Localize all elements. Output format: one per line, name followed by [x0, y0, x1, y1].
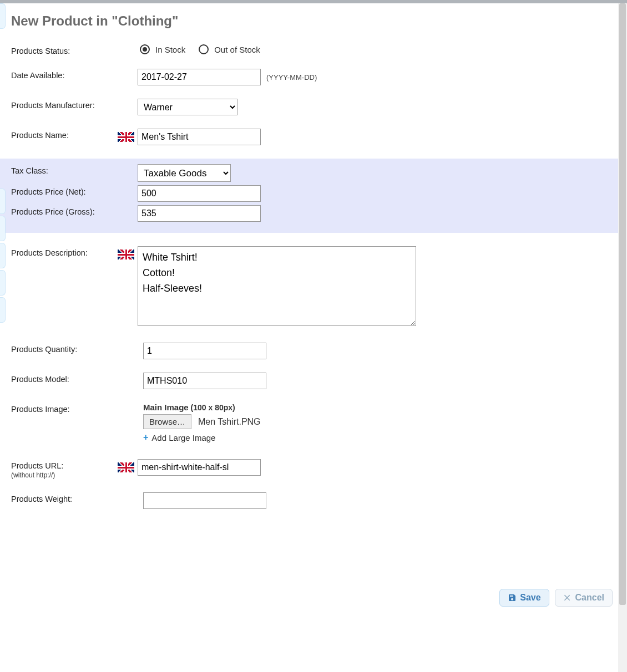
save-button[interactable]: Save — [499, 589, 549, 607]
price-gross-label: Products Price (Gross): — [11, 205, 117, 216]
products-name-label: Products Name: — [11, 129, 117, 140]
close-icon — [563, 593, 572, 602]
model-input[interactable] — [143, 373, 266, 389]
status-out-of-stock-radio[interactable] — [199, 44, 209, 54]
tax-class-select[interactable]: Taxable Goods — [138, 164, 231, 182]
main-image-label: Main Image — [143, 403, 189, 412]
products-status-label: Products Status: — [11, 44, 117, 55]
side-tab[interactable] — [0, 243, 6, 268]
status-out-of-stock-label: Out of Stock — [214, 45, 260, 54]
weight-label: Products Weight: — [11, 492, 117, 503]
model-label: Products Model: — [11, 373, 117, 384]
uk-flag-icon — [118, 132, 134, 142]
url-input[interactable] — [138, 459, 261, 476]
cancel-button[interactable]: Cancel — [555, 589, 613, 607]
save-button-label: Save — [520, 593, 540, 603]
scrollbar-thumb[interactable] — [619, 3, 626, 605]
status-in-stock-radio[interactable] — [140, 44, 150, 54]
save-icon — [508, 593, 517, 602]
weight-input[interactable] — [143, 492, 266, 509]
scrollbar[interactable] — [618, 3, 627, 672]
side-tab[interactable] — [0, 216, 6, 241]
quantity-input[interactable] — [143, 343, 266, 359]
main-image-dimensions: (100 x 80px) — [191, 403, 235, 412]
uk-flag-icon — [118, 462, 134, 472]
price-net-label: Products Price (Net): — [11, 185, 117, 196]
add-large-image-label: Add Large Image — [151, 433, 215, 442]
tax-class-label: Tax Class: — [11, 164, 117, 175]
date-available-label: Date Available: — [11, 69, 117, 80]
uk-flag-icon — [118, 250, 134, 259]
browse-button[interactable]: Browse… — [143, 414, 191, 429]
side-tab[interactable] — [0, 270, 6, 296]
date-format-hint: (YYYY-MM-DD) — [266, 73, 317, 82]
price-gross-input[interactable] — [138, 205, 261, 222]
description-label: Products Description: — [11, 246, 117, 257]
date-available-input[interactable] — [138, 69, 261, 85]
status-in-stock-label: In Stock — [155, 45, 185, 54]
image-label: Products Image: — [11, 403, 117, 414]
cancel-button-label: Cancel — [575, 593, 604, 603]
side-tab[interactable] — [0, 3, 6, 29]
description-textarea[interactable] — [138, 246, 416, 326]
add-large-image-link[interactable]: + Add Large Image — [143, 432, 215, 442]
side-tab[interactable] — [0, 189, 6, 214]
quantity-label: Products Quantity: — [11, 343, 117, 354]
selected-file-name: Men Tshirt.PNG — [198, 417, 261, 426]
side-tab[interactable] — [0, 297, 6, 323]
tax-price-section: Tax Class: Taxable Goods Products Price … — [0, 159, 627, 233]
url-sublabel: (without http://) — [11, 471, 55, 479]
products-name-input[interactable] — [138, 129, 261, 145]
page-title: New Product in "Clothing" — [11, 13, 616, 29]
manufacturer-label: Products Manufacturer: — [11, 99, 117, 110]
plus-icon: + — [143, 432, 148, 442]
manufacturer-select[interactable]: Warner — [138, 99, 237, 115]
price-net-input[interactable] — [138, 185, 261, 202]
url-label: Products URL: (without http://) — [11, 459, 117, 479]
